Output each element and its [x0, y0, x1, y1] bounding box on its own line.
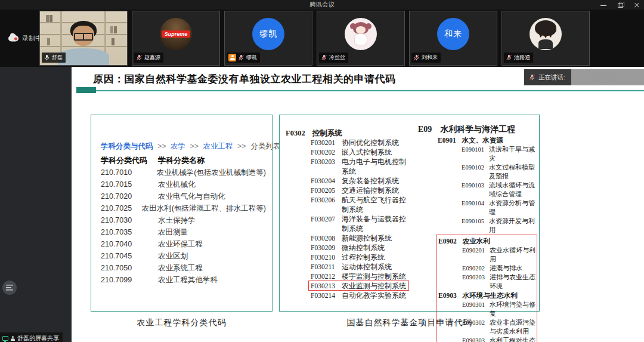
host-badge-icon: [228, 54, 236, 61]
e-item-name: 灌溉与排水: [490, 264, 535, 273]
f-item-code: F030204: [311, 176, 342, 186]
row-name: 水土保持学: [158, 215, 196, 226]
screen-share-status: 舒磊的屏幕共享: [0, 332, 63, 342]
breadcrumb-item: 分类列表: [250, 142, 280, 150]
breadcrumb-item[interactable]: 农学: [171, 142, 185, 150]
e-item-name: 灌排与农业生态环境: [490, 273, 535, 291]
e-code-row: E090303水利工程对生态与环境的影响: [462, 336, 535, 342]
row-code: 210.7025: [101, 204, 142, 212]
row-name: 农业工程其他学科: [158, 275, 218, 285]
speaking-label: 正在讲话:: [538, 73, 565, 82]
classification-panel: 学科分类与代码 >> 农学 >> 农业工程 >> 分类列表 学科分类代码学科分类…: [91, 115, 273, 312]
mic-icon: [44, 54, 50, 61]
avatar: [345, 18, 377, 50]
window-controls: [600, 0, 640, 10]
avatar: 和来: [437, 18, 469, 50]
participant-tile[interactable]: 和来刘和来: [409, 11, 497, 66]
avatar-brand-text: Supreme: [162, 30, 191, 38]
breadcrumb: 学科分类与代码 >> 农学 >> 农业工程 >> 分类列表: [101, 141, 280, 152]
e-item-name: 农业水循环与利用: [490, 246, 535, 264]
participant-name-label: 舒磊: [42, 53, 66, 63]
e-code-group: E0902农业水利E090201农业水循环与利用E090202灌溉与排水E090…: [438, 236, 535, 291]
f-item-name: 协同优化控制系统: [342, 138, 407, 147]
row-name: 农田水利(包括灌溉工程、排水工程等): [142, 204, 266, 214]
e-code-column: E09水利科学与海洋工程E0901水文、水资源E090101洪涝和干旱与减灾E0…: [418, 124, 537, 342]
row-code: 210.7099: [101, 276, 158, 284]
f-code-row: F030201协同优化控制系统: [311, 138, 408, 147]
e-item-code: E090101: [462, 145, 489, 163]
f-item-code: F030209: [311, 243, 342, 252]
table-row: 210.7045农业区划: [101, 250, 266, 262]
e-code-row: E090103流域水循环与流域综合管理: [462, 181, 537, 199]
screen-share-label: 舒磊的屏幕共享: [17, 334, 59, 342]
participant-tile[interactable]: 舒磊: [39, 11, 128, 66]
table-row: 210.7040农业环保工程: [101, 238, 266, 250]
participant-name-label: 缪凯: [227, 53, 260, 63]
participant-tile[interactable]: Supreme赵鑫源: [132, 11, 220, 66]
table-row: 210.7099农业工程其他学科: [101, 274, 266, 286]
f-item-code: F030201: [311, 138, 342, 147]
e-code-group: E0901水文、水资源E090101洪涝和干旱与减灾E090102水文过程和模型…: [438, 135, 537, 235]
breadcrumb-separator: >>: [236, 142, 249, 150]
breadcrumb-item[interactable]: 农业工程: [203, 142, 233, 150]
title-underline: [76, 90, 644, 91]
avatar: 缪凯: [252, 18, 284, 50]
row-code: 210.7035: [101, 228, 158, 236]
e-item-code: E090203: [462, 273, 490, 291]
f-item-name: 微纳控制系统: [342, 243, 407, 252]
row-name: 农业机械学(包括农业机械制造等): [157, 168, 266, 178]
breadcrumb-item[interactable]: 学科分类与代码: [101, 142, 153, 150]
e-item-code: E090105: [462, 217, 489, 235]
f-item-name: 海洋装备与运载器控制系统: [342, 214, 407, 233]
participant-tile[interactable]: 池路通: [501, 11, 590, 66]
muted-mic-icon: [238, 54, 244, 61]
e-item-code: E090303: [462, 336, 490, 342]
recording-indicator[interactable]: 录制中: [8, 34, 42, 43]
table-row: 210.7035农田测量: [101, 226, 266, 238]
table-row: 210.7025农田水利(包括灌溉工程、排水工程等): [101, 202, 266, 214]
muted-mic-icon: [529, 74, 535, 81]
classification-table: 学科分类代码学科分类名称210.7010农业机械学(包括农业机械制造等)210.…: [101, 155, 266, 286]
e-code-row: E090104水资源分析与管理: [462, 199, 537, 217]
f-code-row: F030210过程控制系统: [311, 252, 408, 262]
close-button[interactable]: [633, 1, 640, 8]
meeting-window: 腾讯会议 录制中 舒磊Supreme赵鑫源缪凯缪凯冷丝丝和来刘和来池路通 舒磊的…: [0, 0, 644, 342]
e-item-name: 流域水循环与流域综合管理: [489, 181, 537, 199]
participant-name: 刘和来: [422, 54, 438, 61]
slide-title: 原因：国家自然科学基金委没有单独设立农业工程相关的申请代码: [93, 72, 396, 86]
f-item-code: F030203: [311, 157, 342, 176]
f-item-name: 新能源控制系统: [342, 233, 407, 243]
table-header-row: 学科分类代码学科分类名称: [101, 155, 266, 167]
e-section-title: 水利科学与海洋工程: [440, 124, 515, 135]
window-title: 腾讯会议: [309, 1, 335, 9]
participant-name: 池路通: [514, 54, 530, 61]
f-section-title: 控制系统: [312, 128, 342, 138]
nsfc-codes-panel: F0302控制系统F030201协同优化控制系统F030202嵌入式控制系统F0…: [279, 115, 540, 312]
e-code-row: E090105水资源开发与利用: [462, 217, 537, 235]
f-item-code: F030211: [311, 262, 342, 272]
right-caption: 国基自然科学基金项目申请代码: [279, 318, 540, 328]
e-item-code: E090102: [462, 163, 489, 181]
minimize-button[interactable]: [600, 1, 607, 8]
avatar: Supreme: [160, 18, 192, 50]
participant-name-label: 冷丝丝: [319, 53, 348, 63]
participant-tile[interactable]: 缪凯缪凯: [224, 11, 312, 66]
row-name: 农业机械化: [158, 180, 196, 190]
f-item-code: F030207: [311, 214, 342, 233]
participant-name: 舒磊: [52, 54, 63, 61]
f-code-row: F030209微纳控制系统: [311, 243, 408, 252]
f-item-name: 自动化教学实验系统: [342, 291, 407, 300]
e-item-name: 水资源分析与管理: [489, 199, 537, 217]
f-code-row: F030206航天与航空飞行器控制系统: [311, 195, 408, 214]
restore-button[interactable]: [617, 1, 624, 8]
e-item-name: 洪涝和干旱与减灾: [489, 145, 537, 163]
participant-list-button[interactable]: [2, 281, 17, 295]
f-code-row: F030205交通运输控制系统: [311, 186, 408, 195]
f-item-code: F030213: [311, 281, 342, 291]
e-group-title: 水文、水资源: [462, 135, 503, 145]
participant-tile[interactable]: 冷丝丝: [317, 11, 405, 66]
f-code-row: F030214自动化教学实验系统: [311, 291, 408, 300]
row-name: 农业系统工程: [158, 263, 203, 273]
f-code-row: F030207海洋装备与运载器控制系统: [311, 214, 408, 233]
f-item-name: 电力电子与电机控制系统: [342, 157, 407, 176]
